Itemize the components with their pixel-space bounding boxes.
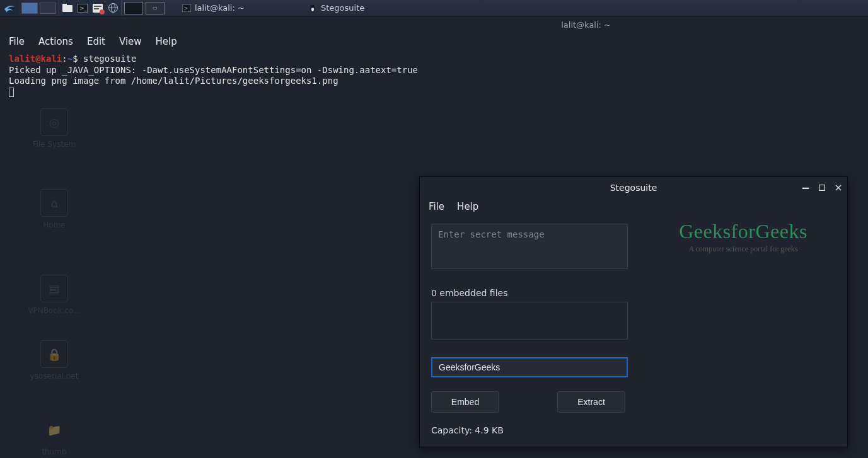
embedded-files-list[interactable] <box>431 302 628 340</box>
taskbar-window-label: Stegosuite <box>321 3 364 13</box>
svg-text:>_: >_ <box>184 6 192 11</box>
penguin-icon <box>308 4 317 13</box>
browser-launcher-icon[interactable] <box>107 3 119 13</box>
stegosuite-titlebar[interactable]: Stegosuite ‒ <box>420 177 847 198</box>
terminal-title: lalit@kali: ~ <box>0 16 868 30</box>
menu-file[interactable]: File <box>9 36 25 47</box>
stegosuite-window: Stegosuite ‒ File Help 0 embedded files … <box>419 176 848 447</box>
task-thumb-2[interactable]: ▭ <box>146 2 165 14</box>
terminal-output[interactable]: lalit@kali:~$ stegosuite Picked up _JAVA… <box>0 51 868 100</box>
terminal-icon: >_ <box>182 4 191 13</box>
taskbar-window-label: lalit@kali: ~ <box>195 3 245 13</box>
secret-message-input[interactable] <box>431 224 628 269</box>
prompt-userhost: lalit@kali <box>9 54 62 64</box>
desktop-icon-label: File System <box>24 140 84 149</box>
desktop-icon-vpnbook[interactable]: ▤ VPNBook.co... <box>24 275 84 315</box>
svg-point-14 <box>311 4 315 8</box>
svg-rect-5 <box>94 6 101 7</box>
taskbar-window-terminal[interactable]: >_ lalit@kali: ~ <box>173 0 299 16</box>
menu-edit[interactable]: Edit <box>87 36 105 47</box>
desktop-icon-home[interactable]: ⌂ Home <box>24 189 84 229</box>
lock-icon: 🔒 <box>40 340 68 368</box>
window-title: Stegosuite <box>610 183 657 193</box>
menu-view[interactable]: View <box>119 36 142 47</box>
embed-button[interactable]: Embed <box>431 391 499 413</box>
home-icon: ⌂ <box>40 189 68 217</box>
desktop-icon-filesystem[interactable]: ◎ File System <box>24 108 84 149</box>
desktop-icon-label: thumb <box>24 447 84 456</box>
desktop-icon-thumb[interactable]: 📁 thumb <box>24 416 84 456</box>
password-input[interactable] <box>431 357 628 377</box>
taskbar-window-list: >_ lalit@kali: ~ Stegosuite <box>173 0 425 16</box>
pager-workspace-2[interactable] <box>40 3 56 14</box>
terminal-cursor <box>9 88 14 97</box>
workspace-pager[interactable] <box>19 0 59 16</box>
terminal-command: stegosuite <box>83 54 136 64</box>
terminal-launcher-icon[interactable]: >_ <box>77 3 88 13</box>
taskbar-launchers: >_ <box>59 0 122 16</box>
desktop-icon-label: ysoserial.net <box>24 372 84 381</box>
taskbar: >_ ▭ >_ lalit@kali: ~ Stegosuite <box>0 0 868 16</box>
extract-button[interactable]: Extract <box>557 391 625 413</box>
minimize-icon[interactable]: ‒ <box>801 183 811 193</box>
folder-icon: 📁 <box>40 416 68 444</box>
window-controls: ‒ <box>801 177 843 198</box>
taskbar-window-stegosuite[interactable]: Stegosuite <box>299 0 425 16</box>
start-menu-button[interactable] <box>0 0 19 16</box>
file-icon: ▤ <box>40 275 68 302</box>
svg-rect-1 <box>62 4 67 6</box>
svg-point-13 <box>311 8 314 11</box>
svg-rect-15 <box>819 185 825 191</box>
image-text-subtitle: A computer science portal for geeks <box>645 244 841 254</box>
menu-help[interactable]: Help <box>156 36 177 47</box>
task-thumb-1[interactable] <box>124 2 143 14</box>
terminal-line: Loading png image from /home/lalit/Pictu… <box>9 76 339 86</box>
files-launcher-icon[interactable] <box>62 3 73 13</box>
menu-help[interactable]: Help <box>457 201 478 212</box>
menu-actions[interactable]: Actions <box>38 36 73 47</box>
kali-logo-icon <box>3 2 16 14</box>
svg-rect-6 <box>94 8 99 9</box>
maximize-icon[interactable] <box>817 183 827 193</box>
close-icon[interactable] <box>833 183 843 193</box>
editor-launcher-icon[interactable] <box>92 3 103 13</box>
image-text-title: GeeksforGeeks <box>645 220 841 243</box>
capacity-label: Capacity: 4.9 KB <box>431 425 628 442</box>
desktop-icon-ysoserial[interactable]: 🔒 ysoserial.net <box>24 340 84 381</box>
embedded-files-label: 0 embedded files <box>431 288 628 298</box>
pager-workspace-1[interactable] <box>21 3 38 14</box>
menu-file[interactable]: File <box>429 201 444 212</box>
prompt-path: ~ <box>67 54 72 64</box>
stegosuite-menubar: File Help <box>420 198 847 219</box>
drive-icon: ◎ <box>40 108 68 136</box>
loaded-image-preview: GeeksforGeeks A computer science portal … <box>645 220 841 254</box>
taskbar-thumbnails: ▭ <box>122 0 167 16</box>
terminal-menubar: File Actions Edit View Help <box>0 30 868 51</box>
desktop-icon-label: Home <box>24 220 84 229</box>
terminal-line: Picked up _JAVA_OPTIONS: -Dawt.useSystem… <box>9 65 418 75</box>
svg-text:>_: >_ <box>79 5 88 11</box>
desktop-icon-label: VPNBook.co... <box>24 306 84 315</box>
